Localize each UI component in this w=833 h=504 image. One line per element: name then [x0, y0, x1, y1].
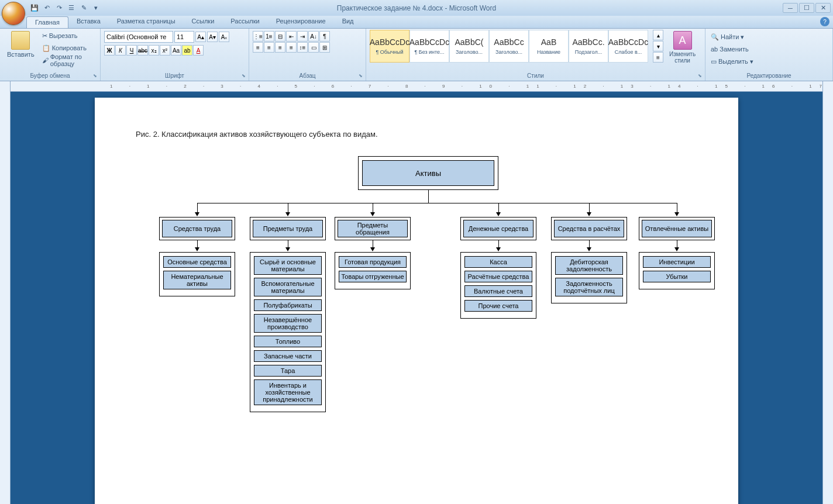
change-styles-icon: A [673, 31, 692, 50]
diagram-branch-head: Средства в расчётах [554, 220, 624, 237]
format-painter-button[interactable]: 🖌Формат по образцу [40, 54, 97, 66]
tab-insert[interactable]: Вставка [68, 16, 109, 28]
style-item[interactable]: AaBbC(Заголово... [449, 30, 489, 63]
diagram-item: Полуфабрикаты [254, 299, 322, 311]
bullets-icon[interactable]: ⋮≡ [253, 31, 263, 42]
diagram-item: Задолженность подотчётных лиц [555, 278, 623, 296]
diagram-root: Активы [362, 160, 494, 186]
line-spacing-icon[interactable]: ↕≡ [297, 42, 308, 53]
align-right-icon[interactable]: ≡ [275, 42, 285, 53]
window-title: Практическое задание № 4.docx - Microsof… [337, 4, 496, 12]
minimize-button[interactable]: ─ [783, 3, 798, 13]
font-color-icon[interactable]: A [193, 45, 204, 56]
style-item[interactable]: AaBbCcЗаголово... [489, 30, 529, 63]
diagram-item: Убытки [643, 271, 711, 282]
style-down-icon[interactable]: ▾ [653, 41, 663, 51]
group-font-label: Шрифт⬊ [104, 71, 245, 81]
shrink-font-icon[interactable]: A▾ [207, 32, 218, 42]
style-item[interactable]: AaBbCcDcСлабое в... [608, 30, 648, 63]
qat-icon[interactable]: ☰ [66, 3, 77, 13]
bold-icon[interactable]: Ж [104, 45, 115, 56]
qat-icon[interactable]: ✎ [78, 3, 89, 13]
align-center-icon[interactable]: ≡ [264, 42, 274, 53]
tab-layout[interactable]: Разметка страницы [109, 16, 184, 28]
numbering-icon[interactable]: 1≡ [264, 31, 274, 42]
sort-icon[interactable]: A↓ [308, 31, 319, 42]
style-item[interactable]: AaBbCcDc¶ Без инте... [409, 30, 449, 63]
launcher-icon[interactable]: ⬊ [92, 73, 98, 79]
diagram-item: Расчётные средства [464, 271, 532, 282]
cut-button[interactable]: ✂Вырезать [40, 30, 97, 42]
tab-references[interactable]: Ссылки [184, 16, 223, 28]
document-scroll[interactable]: Рис. 2. Классификация активов хозяйствую… [11, 92, 822, 504]
show-marks-icon[interactable]: ¶ [319, 31, 330, 42]
diagram-item: Товары отгруженные [339, 271, 407, 282]
tab-home[interactable]: Главная [26, 16, 68, 28]
tab-review[interactable]: Рецензирование [268, 16, 334, 28]
multilevel-icon[interactable]: ⊟ [275, 31, 285, 42]
highlight-icon[interactable]: ab [182, 45, 192, 56]
diagram-item: Инвестиции [643, 256, 711, 268]
launcher-icon[interactable]: ⬊ [357, 73, 363, 79]
shading-icon[interactable]: ▭ [308, 42, 319, 53]
launcher-icon[interactable]: ⬊ [240, 73, 246, 79]
launcher-icon[interactable]: ⬊ [697, 73, 703, 79]
clear-format-icon[interactable]: Aₓ [219, 32, 229, 42]
diagram-item: Тара [254, 365, 322, 377]
copy-button[interactable]: 📋Копировать [40, 42, 97, 54]
change-case-icon[interactable]: Aa [171, 45, 181, 56]
ruler-horizontal[interactable]: 1 · 1 · 2 · 3 · 4 · 5 · 6 · 7 · 8 · 9 · … [11, 81, 822, 92]
find-icon: 🔍 [711, 33, 719, 41]
quick-access-toolbar: 💾 ↶ ↷ ☰ ✎ ▾ [29, 3, 101, 13]
borders-icon[interactable]: ⊞ [319, 42, 330, 53]
tab-mailings[interactable]: Рассылки [222, 16, 267, 28]
close-button[interactable]: ✕ [815, 3, 831, 13]
diagram-item: Прочие счета [464, 300, 532, 312]
replace-button[interactable]: abЗаменить [709, 43, 751, 55]
diagram-branch-head: Отвлечённые активы [642, 220, 712, 237]
style-item[interactable]: AaBbCcDc¶ Обычный [370, 30, 409, 63]
redo-icon[interactable]: ↷ [54, 3, 64, 13]
diagram-item: Готовая продукция [339, 256, 407, 268]
undo-icon[interactable]: ↶ [42, 3, 52, 13]
save-icon[interactable]: 💾 [29, 3, 40, 13]
style-item[interactable]: AaBНазвание [529, 30, 569, 63]
font-name-select[interactable] [104, 31, 173, 43]
office-button[interactable] [2, 2, 25, 25]
maximize-button[interactable]: ☐ [799, 3, 814, 13]
align-left-icon[interactable]: ≡ [253, 42, 263, 53]
find-button[interactable]: 🔍Найти ▾ [709, 31, 746, 43]
paste-button[interactable]: Вставить [4, 30, 38, 59]
change-styles-button[interactable]: A Изменить стили [666, 30, 699, 65]
indent-inc-icon[interactable]: ⇥ [297, 31, 308, 42]
underline-icon[interactable]: Ч [126, 45, 137, 56]
justify-icon[interactable]: ≡ [286, 42, 297, 53]
ruler-vertical[interactable] [0, 81, 11, 504]
diagram: АктивыСредства трудаОсновные средстваНем… [136, 156, 697, 466]
font-size-select[interactable] [174, 31, 194, 43]
diagram-item: Касса [464, 256, 532, 268]
diagram-item: Валютные счета [464, 285, 532, 297]
page[interactable]: Рис. 2. Классификация активов хозяйствую… [95, 98, 738, 504]
grow-font-icon[interactable]: A▴ [195, 32, 206, 42]
diagram-item: Вспомогательные материалы [254, 278, 322, 296]
figure-caption: Рис. 2. Классификация активов хозяйствую… [136, 130, 697, 139]
style-more-icon[interactable]: ≡ [653, 52, 663, 63]
tab-view[interactable]: Вид [334, 16, 362, 28]
superscript-icon[interactable]: x² [160, 45, 170, 56]
italic-icon[interactable]: К [115, 45, 126, 56]
group-clipboard-label: Буфер обмена⬊ [4, 71, 97, 81]
diagram-item: Инвентарь и хозяйственные принадлежности [254, 379, 322, 405]
strike-icon[interactable]: abc [137, 45, 148, 56]
diagram-item: Незавершённое производство [254, 314, 322, 333]
indent-dec-icon[interactable]: ⇤ [286, 31, 297, 42]
style-item[interactable]: AaBbCc.Подзагол... [569, 30, 608, 63]
scrollbar-vertical[interactable] [822, 81, 833, 504]
subscript-icon[interactable]: x₂ [149, 45, 159, 56]
group-styles-label: Стили⬊ [370, 71, 701, 81]
select-button[interactable]: ▭Выделить ▾ [709, 56, 755, 67]
help-icon[interactable]: ? [820, 17, 829, 26]
qat-dropdown-icon[interactable]: ▾ [91, 3, 101, 13]
diagram-branch-head: Предметы труда [253, 220, 323, 237]
style-up-icon[interactable]: ▴ [653, 30, 663, 40]
